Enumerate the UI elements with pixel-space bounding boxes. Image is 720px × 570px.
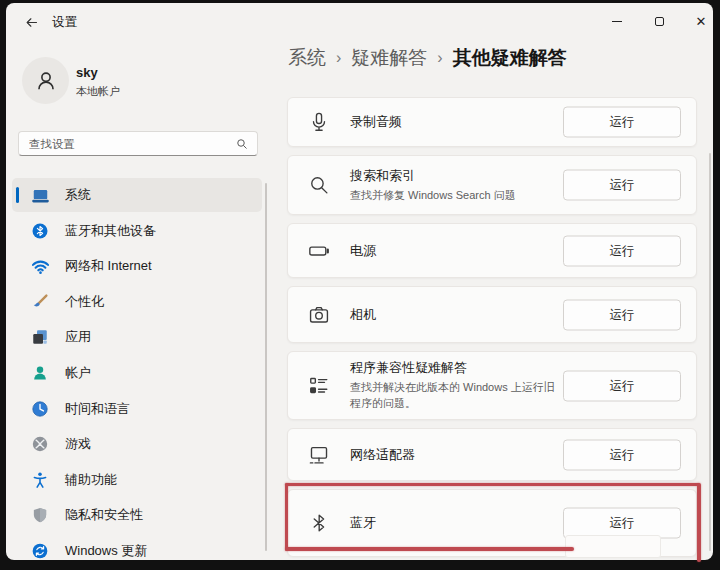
screenshot-stage: 设置 ✕ sky 本地帐户 系统蓝牙和其他设备网络和 Internet个性化应用… [0,0,720,570]
titlebar: 设置 ✕ [6,3,713,39]
row-title: 蓝牙 [350,514,376,532]
sidebar-item-label: 时间和语言 [65,400,130,418]
row-title: 网络适配器 [350,446,415,464]
search-input[interactable] [19,138,236,150]
avatar [22,57,69,104]
troubleshooter-row-search: 搜索和索引查找并修复 Windows Search 问题运行 [287,155,697,215]
search-icon [236,138,248,150]
sidebar-item-gaming[interactable]: 游戏 [12,427,262,461]
render-artifact-box [565,535,661,558]
run-button[interactable]: 运行 [563,235,681,266]
troubleshooter-row-compatibility: 程序兼容性疑难解答查找并解决在此版本的 Windows 上运行旧程序的问题。运行 [287,351,697,420]
sidebar-item-label: 应用 [65,328,91,346]
troubleshooter-list: 录制音频运行搜索和索引查找并修复 Windows Search 问题运行电源运行… [287,97,697,557]
sidebar-item-apps[interactable]: 应用 [12,320,262,354]
accessibility-icon [30,470,50,490]
windows-update-icon [30,541,50,560]
system-icon [30,185,50,205]
row-text: 蓝牙 [350,514,376,532]
breadcrumb-separator-icon: › [437,49,442,67]
time-language-icon [30,399,50,419]
row-text: 电源 [350,242,376,260]
sidebar-item-label: 辅助功能 [65,471,117,489]
annotation-rect-bottom [285,547,574,551]
sidebar-item-label: 蓝牙和其他设备 [65,222,156,240]
run-button[interactable]: 运行 [563,439,681,470]
row-subtitle: 查找并修复 Windows Search 问题 [350,188,516,204]
sidebar-item-label: 系统 [65,186,91,204]
row-title: 相机 [350,306,376,324]
accounts-icon [30,363,50,383]
breadcrumb-troubleshoot[interactable]: 疑难解答 [351,45,427,71]
run-button[interactable]: 运行 [563,170,681,201]
minimize-icon [612,21,622,22]
microphone-icon [288,111,350,133]
run-button[interactable]: 运行 [563,107,681,138]
maximize-button[interactable] [642,8,676,34]
run-button[interactable]: 运行 [563,508,681,539]
troubleshooter-row-network-adapter: 网络适配器运行 [287,428,697,481]
battery-icon [288,240,350,262]
troubleshooter-row-microphone: 录制音频运行 [287,97,697,147]
run-button[interactable]: 运行 [563,370,681,401]
settings-window: 设置 ✕ sky 本地帐户 系统蓝牙和其他设备网络和 Internet个性化应用… [6,3,713,560]
row-text: 网络适配器 [350,446,415,464]
close-button[interactable]: ✕ [684,8,713,34]
sidebar-item-label: Windows 更新 [65,542,147,560]
back-arrow-icon [24,15,39,30]
sidebar-item-label: 个性化 [65,293,104,311]
sidebar-item-label: 隐私和安全性 [65,506,143,524]
app-title: 设置 [52,14,77,31]
selected-accent-bar [16,187,19,203]
row-title: 录制音频 [350,113,402,131]
search-item-icon [288,174,350,196]
row-text: 录制音频 [350,113,402,131]
sidebar-item-system[interactable]: 系统 [12,178,262,212]
network-adapter-icon [288,444,350,466]
sidebar-item-personalization[interactable]: 个性化 [12,285,262,319]
sidebar-item-label: 游戏 [65,435,91,453]
network-icon [30,256,50,276]
row-title: 电源 [350,242,376,260]
sidebar-item-time-language[interactable]: 时间和语言 [12,392,262,426]
row-title: 搜索和索引 [350,167,516,185]
bluetooth-devices-icon [30,221,50,241]
compatibility-icon [288,375,350,397]
page-title: 其他疑难解答 [453,45,567,71]
sidebar-nav: 系统蓝牙和其他设备网络和 Internet个性化应用帐户时间和语言游戏辅助功能隐… [12,178,262,560]
annotation-rect-left [285,483,288,551]
sidebar-item-privacy[interactable]: 隐私和安全性 [12,498,262,532]
troubleshooter-row-camera: 相机运行 [287,286,697,343]
person-icon [33,68,59,94]
sidebar-item-windows-update[interactable]: Windows 更新 [12,534,262,560]
breadcrumb-system[interactable]: 系统 [288,45,326,71]
row-text: 搜索和索引查找并修复 Windows Search 问题 [350,167,516,204]
search-box [18,131,258,156]
sidebar-item-bluetooth-devices[interactable]: 蓝牙和其他设备 [12,214,262,248]
profile-account-type: 本地帐户 [76,84,120,99]
personalization-icon [30,292,50,312]
camera-icon [288,304,350,326]
row-title: 程序兼容性疑难解答 [350,359,562,377]
profile-name: sky [76,65,98,80]
annotation-rect-top [285,483,700,486]
sidebar-item-label: 帐户 [65,364,91,382]
main-scrollbar[interactable] [709,153,711,551]
back-button[interactable] [18,10,44,34]
gaming-icon [30,434,50,454]
sidebar-item-label: 网络和 Internet [65,257,152,275]
breadcrumb-separator-icon: › [336,49,341,67]
row-subtitle: 查找并解决在此版本的 Windows 上运行旧程序的问题。 [350,380,562,412]
privacy-icon [30,505,50,525]
sidebar-scrollbar[interactable] [265,183,267,551]
sidebar-item-accessibility[interactable]: 辅助功能 [12,463,262,497]
troubleshooter-row-battery: 电源运行 [287,223,697,278]
close-icon: ✕ [696,14,707,29]
sidebar-item-network[interactable]: 网络和 Internet [12,249,262,283]
sidebar-item-accounts[interactable]: 帐户 [12,356,262,390]
maximize-icon [655,17,664,26]
run-button[interactable]: 运行 [563,299,681,330]
minimize-button[interactable] [600,8,634,34]
row-text: 程序兼容性疑难解答查找并解决在此版本的 Windows 上运行旧程序的问题。 [350,359,562,412]
breadcrumb: 系统 › 疑难解答 › 其他疑难解答 [288,45,567,71]
